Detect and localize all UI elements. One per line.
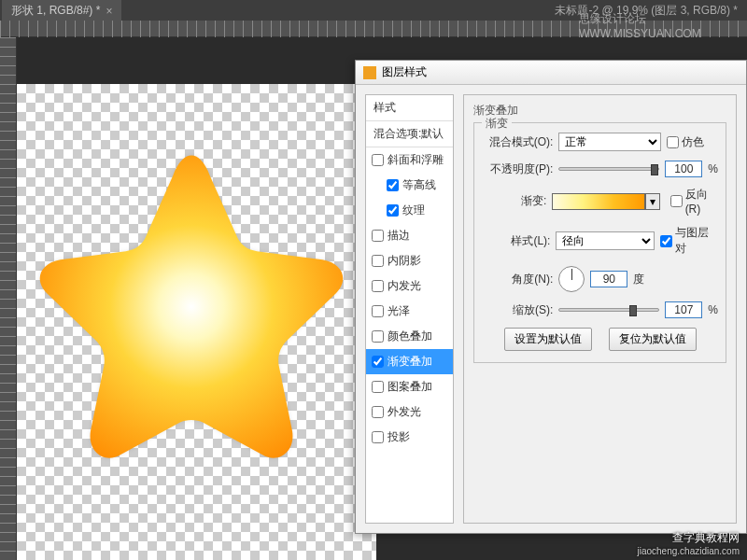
ruler-vertical	[0, 37, 17, 560]
dither-checkbox[interactable]: 仿色	[667, 134, 704, 150]
angle-dial[interactable]	[558, 266, 585, 292]
watermark-bottom: 查字典教程网 jiaocheng.chazidian.com	[637, 530, 740, 556]
gradient-overlay-panel: 渐变叠加 渐变 混合模式(O): 正常 仿色 不透明度(P):	[463, 94, 737, 524]
style-list: 斜面和浮雕等高线纹理描边内阴影内发光光泽颜色叠加渐变叠加图案叠加外发光投影	[366, 147, 453, 450]
style-item[interactable]: 外发光	[366, 399, 453, 425]
reverse-checkbox[interactable]: 反向(R)	[670, 187, 718, 216]
scale-input[interactable]	[665, 301, 702, 318]
opacity-label: 不透明度(P):	[482, 161, 553, 177]
style-checkbox[interactable]	[387, 204, 399, 217]
style-label: 样式(L):	[482, 233, 550, 249]
percent-label: %	[708, 162, 718, 175]
style-checkbox[interactable]	[372, 431, 384, 443]
style-item[interactable]: 内发光	[366, 273, 453, 299]
style-checkbox[interactable]	[372, 356, 384, 368]
styles-panel: 样式 混合选项:默认 斜面和浮雕等高线纹理描边内阴影内发光光泽颜色叠加渐变叠加图…	[365, 94, 454, 524]
fieldset-legend: 渐变	[482, 116, 512, 132]
style-item[interactable]: 渐变叠加	[366, 349, 453, 374]
watermark-top: 思缘设计论坛 WWW.MISSYUAN.COM	[579, 11, 747, 40]
reset-default-button[interactable]: 复位为默认值	[609, 328, 697, 351]
style-checkbox[interactable]	[372, 280, 384, 292]
style-item[interactable]: 内阴影	[366, 248, 453, 273]
dialog-title: 图层样式	[382, 64, 427, 80]
angle-input[interactable]	[590, 271, 627, 287]
style-item[interactable]: 描边	[366, 223, 453, 248]
layer-style-dialog: 图层样式 样式 混合选项:默认 斜面和浮雕等高线纹理描边内阴影内发光光泽颜色叠加…	[355, 60, 747, 534]
scale-slider[interactable]	[558, 308, 659, 312]
style-item[interactable]: 光泽	[366, 299, 453, 324]
angle-unit: 度	[633, 272, 644, 287]
dialog-titlebar[interactable]: 图层样式	[356, 61, 746, 85]
style-item-label: 渐变叠加	[388, 354, 432, 370]
canvas[interactable]	[17, 84, 376, 560]
close-icon[interactable]: ×	[106, 5, 112, 18]
style-checkbox[interactable]	[372, 255, 384, 267]
style-item[interactable]: 颜色叠加	[366, 324, 453, 349]
style-checkbox[interactable]	[372, 305, 384, 317]
style-item-label: 图案叠加	[388, 379, 432, 395]
style-item[interactable]: 等高线	[366, 173, 453, 198]
opacity-input[interactable]	[665, 161, 702, 177]
scale-label: 缩放(S):	[482, 302, 553, 318]
style-item-label: 等高线	[402, 177, 436, 193]
style-item-label: 光泽	[388, 303, 410, 319]
tab-active[interactable]: 形状 1, RGB/8#) * ×	[2, 0, 121, 21]
style-checkbox[interactable]	[372, 230, 384, 242]
app-icon	[363, 66, 376, 79]
style-item-label: 斜面和浮雕	[388, 152, 444, 168]
style-item-label: 内发光	[388, 278, 421, 294]
style-select[interactable]: 径向	[556, 231, 655, 250]
style-item-label: 纹理	[402, 203, 425, 218]
gradient-swatch[interactable]: ▾	[552, 193, 645, 210]
gradient-fieldset: 渐变 混合模式(O): 正常 仿色 不透明度(P): %	[473, 122, 726, 363]
align-checkbox[interactable]: 与图层对	[660, 225, 718, 257]
chevron-down-icon[interactable]: ▾	[645, 193, 660, 210]
style-item-label: 投影	[388, 429, 410, 445]
blend-mode-select[interactable]: 正常	[558, 133, 661, 151]
style-checkbox[interactable]	[372, 154, 384, 166]
style-item-label: 描边	[388, 228, 410, 244]
style-checkbox[interactable]	[372, 406, 384, 418]
gradient-label: 渐变:	[482, 193, 546, 209]
blend-mode-label: 混合模式(O):	[482, 134, 553, 150]
blend-options-row[interactable]: 混合选项:默认	[366, 121, 453, 147]
style-item[interactable]: 纹理	[366, 198, 453, 223]
style-item[interactable]: 图案叠加	[366, 374, 453, 399]
styles-header[interactable]: 样式	[366, 95, 453, 121]
style-item[interactable]: 投影	[366, 425, 453, 450]
style-item-label: 内阴影	[388, 253, 421, 269]
tab-label: 形状 1, RGB/8#) *	[11, 3, 100, 19]
style-checkbox[interactable]	[372, 330, 384, 343]
angle-label: 角度(N):	[482, 272, 553, 287]
style-checkbox[interactable]	[372, 381, 384, 393]
star-shape	[23, 135, 359, 471]
style-item[interactable]: 斜面和浮雕	[366, 147, 453, 173]
opacity-slider[interactable]	[558, 167, 659, 171]
set-default-button[interactable]: 设置为默认值	[504, 328, 592, 351]
style-item-label: 颜色叠加	[388, 329, 432, 344]
percent-label-2: %	[708, 303, 718, 316]
style-item-label: 外发光	[388, 404, 421, 420]
style-checkbox[interactable]	[387, 179, 399, 191]
